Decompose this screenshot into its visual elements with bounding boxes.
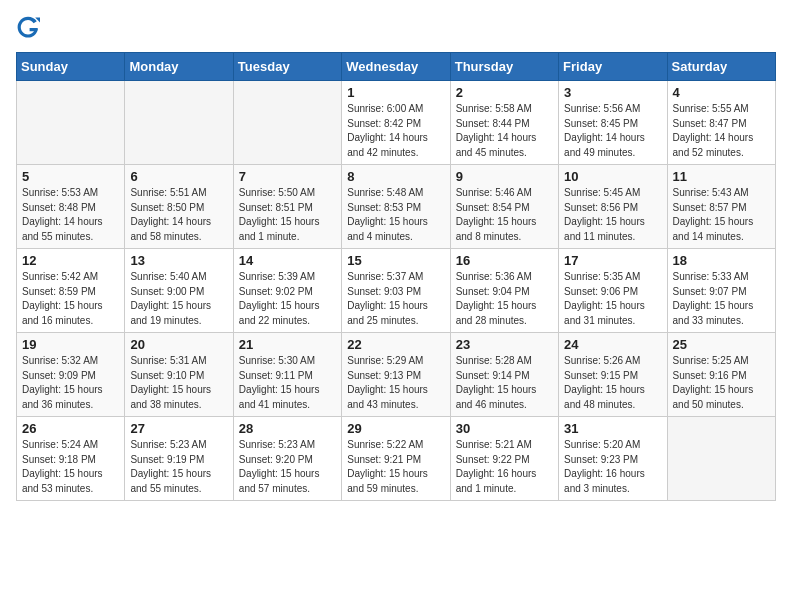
day-number: 3 bbox=[564, 85, 661, 100]
day-number: 22 bbox=[347, 337, 444, 352]
day-info: Sunrise: 5:21 AM Sunset: 9:22 PM Dayligh… bbox=[456, 438, 553, 496]
calendar-cell: 23Sunrise: 5:28 AM Sunset: 9:14 PM Dayli… bbox=[450, 333, 558, 417]
day-number: 5 bbox=[22, 169, 119, 184]
day-number: 23 bbox=[456, 337, 553, 352]
day-number: 19 bbox=[22, 337, 119, 352]
calendar-cell: 31Sunrise: 5:20 AM Sunset: 9:23 PM Dayli… bbox=[559, 417, 667, 501]
calendar-cell: 10Sunrise: 5:45 AM Sunset: 8:56 PM Dayli… bbox=[559, 165, 667, 249]
logo-icon bbox=[16, 16, 40, 40]
calendar-cell bbox=[125, 81, 233, 165]
calendar-header: SundayMondayTuesdayWednesdayThursdayFrid… bbox=[17, 53, 776, 81]
day-info: Sunrise: 5:35 AM Sunset: 9:06 PM Dayligh… bbox=[564, 270, 661, 328]
day-number: 21 bbox=[239, 337, 336, 352]
day-info: Sunrise: 5:43 AM Sunset: 8:57 PM Dayligh… bbox=[673, 186, 770, 244]
day-info: Sunrise: 5:22 AM Sunset: 9:21 PM Dayligh… bbox=[347, 438, 444, 496]
day-number: 20 bbox=[130, 337, 227, 352]
calendar-cell: 26Sunrise: 5:24 AM Sunset: 9:18 PM Dayli… bbox=[17, 417, 125, 501]
day-info: Sunrise: 5:56 AM Sunset: 8:45 PM Dayligh… bbox=[564, 102, 661, 160]
day-number: 11 bbox=[673, 169, 770, 184]
weekday-header-monday: Monday bbox=[125, 53, 233, 81]
day-number: 18 bbox=[673, 253, 770, 268]
calendar-cell: 6Sunrise: 5:51 AM Sunset: 8:50 PM Daylig… bbox=[125, 165, 233, 249]
day-info: Sunrise: 5:25 AM Sunset: 9:16 PM Dayligh… bbox=[673, 354, 770, 412]
day-number: 17 bbox=[564, 253, 661, 268]
day-number: 13 bbox=[130, 253, 227, 268]
day-number: 28 bbox=[239, 421, 336, 436]
calendar-week-4: 19Sunrise: 5:32 AM Sunset: 9:09 PM Dayli… bbox=[17, 333, 776, 417]
calendar-cell: 28Sunrise: 5:23 AM Sunset: 9:20 PM Dayli… bbox=[233, 417, 341, 501]
calendar-cell: 25Sunrise: 5:25 AM Sunset: 9:16 PM Dayli… bbox=[667, 333, 775, 417]
day-number: 31 bbox=[564, 421, 661, 436]
day-info: Sunrise: 5:31 AM Sunset: 9:10 PM Dayligh… bbox=[130, 354, 227, 412]
calendar-cell: 22Sunrise: 5:29 AM Sunset: 9:13 PM Dayli… bbox=[342, 333, 450, 417]
calendar-body: 1Sunrise: 6:00 AM Sunset: 8:42 PM Daylig… bbox=[17, 81, 776, 501]
day-number: 15 bbox=[347, 253, 444, 268]
day-info: Sunrise: 5:30 AM Sunset: 9:11 PM Dayligh… bbox=[239, 354, 336, 412]
day-number: 27 bbox=[130, 421, 227, 436]
calendar-week-3: 12Sunrise: 5:42 AM Sunset: 8:59 PM Dayli… bbox=[17, 249, 776, 333]
calendar-cell: 15Sunrise: 5:37 AM Sunset: 9:03 PM Dayli… bbox=[342, 249, 450, 333]
day-info: Sunrise: 5:23 AM Sunset: 9:19 PM Dayligh… bbox=[130, 438, 227, 496]
weekday-header-thursday: Thursday bbox=[450, 53, 558, 81]
day-number: 30 bbox=[456, 421, 553, 436]
day-info: Sunrise: 5:50 AM Sunset: 8:51 PM Dayligh… bbox=[239, 186, 336, 244]
calendar-cell bbox=[667, 417, 775, 501]
day-info: Sunrise: 5:55 AM Sunset: 8:47 PM Dayligh… bbox=[673, 102, 770, 160]
day-number: 26 bbox=[22, 421, 119, 436]
day-info: Sunrise: 5:58 AM Sunset: 8:44 PM Dayligh… bbox=[456, 102, 553, 160]
day-info: Sunrise: 5:37 AM Sunset: 9:03 PM Dayligh… bbox=[347, 270, 444, 328]
calendar-cell: 9Sunrise: 5:46 AM Sunset: 8:54 PM Daylig… bbox=[450, 165, 558, 249]
weekday-header-wednesday: Wednesday bbox=[342, 53, 450, 81]
day-number: 4 bbox=[673, 85, 770, 100]
day-info: Sunrise: 5:33 AM Sunset: 9:07 PM Dayligh… bbox=[673, 270, 770, 328]
day-number: 2 bbox=[456, 85, 553, 100]
calendar-cell: 7Sunrise: 5:50 AM Sunset: 8:51 PM Daylig… bbox=[233, 165, 341, 249]
day-number: 24 bbox=[564, 337, 661, 352]
day-info: Sunrise: 5:39 AM Sunset: 9:02 PM Dayligh… bbox=[239, 270, 336, 328]
weekday-header-friday: Friday bbox=[559, 53, 667, 81]
day-info: Sunrise: 5:28 AM Sunset: 9:14 PM Dayligh… bbox=[456, 354, 553, 412]
weekday-header-row: SundayMondayTuesdayWednesdayThursdayFrid… bbox=[17, 53, 776, 81]
day-number: 16 bbox=[456, 253, 553, 268]
day-info: Sunrise: 5:32 AM Sunset: 9:09 PM Dayligh… bbox=[22, 354, 119, 412]
day-info: Sunrise: 5:46 AM Sunset: 8:54 PM Dayligh… bbox=[456, 186, 553, 244]
calendar-table: SundayMondayTuesdayWednesdayThursdayFrid… bbox=[16, 52, 776, 501]
calendar-cell: 14Sunrise: 5:39 AM Sunset: 9:02 PM Dayli… bbox=[233, 249, 341, 333]
calendar-cell: 16Sunrise: 5:36 AM Sunset: 9:04 PM Dayli… bbox=[450, 249, 558, 333]
day-info: Sunrise: 6:00 AM Sunset: 8:42 PM Dayligh… bbox=[347, 102, 444, 160]
day-info: Sunrise: 5:26 AM Sunset: 9:15 PM Dayligh… bbox=[564, 354, 661, 412]
day-info: Sunrise: 5:48 AM Sunset: 8:53 PM Dayligh… bbox=[347, 186, 444, 244]
day-info: Sunrise: 5:51 AM Sunset: 8:50 PM Dayligh… bbox=[130, 186, 227, 244]
weekday-header-sunday: Sunday bbox=[17, 53, 125, 81]
calendar-cell: 30Sunrise: 5:21 AM Sunset: 9:22 PM Dayli… bbox=[450, 417, 558, 501]
day-info: Sunrise: 5:36 AM Sunset: 9:04 PM Dayligh… bbox=[456, 270, 553, 328]
day-number: 14 bbox=[239, 253, 336, 268]
weekday-header-saturday: Saturday bbox=[667, 53, 775, 81]
calendar-cell: 24Sunrise: 5:26 AM Sunset: 9:15 PM Dayli… bbox=[559, 333, 667, 417]
calendar-cell: 1Sunrise: 6:00 AM Sunset: 8:42 PM Daylig… bbox=[342, 81, 450, 165]
day-number: 9 bbox=[456, 169, 553, 184]
calendar-cell: 19Sunrise: 5:32 AM Sunset: 9:09 PM Dayli… bbox=[17, 333, 125, 417]
day-number: 1 bbox=[347, 85, 444, 100]
weekday-header-tuesday: Tuesday bbox=[233, 53, 341, 81]
calendar-cell bbox=[233, 81, 341, 165]
calendar-cell: 17Sunrise: 5:35 AM Sunset: 9:06 PM Dayli… bbox=[559, 249, 667, 333]
day-info: Sunrise: 5:24 AM Sunset: 9:18 PM Dayligh… bbox=[22, 438, 119, 496]
day-info: Sunrise: 5:45 AM Sunset: 8:56 PM Dayligh… bbox=[564, 186, 661, 244]
logo bbox=[16, 16, 44, 40]
calendar-cell: 18Sunrise: 5:33 AM Sunset: 9:07 PM Dayli… bbox=[667, 249, 775, 333]
day-number: 7 bbox=[239, 169, 336, 184]
calendar-cell bbox=[17, 81, 125, 165]
day-number: 12 bbox=[22, 253, 119, 268]
calendar-cell: 11Sunrise: 5:43 AM Sunset: 8:57 PM Dayli… bbox=[667, 165, 775, 249]
calendar-cell: 29Sunrise: 5:22 AM Sunset: 9:21 PM Dayli… bbox=[342, 417, 450, 501]
day-info: Sunrise: 5:53 AM Sunset: 8:48 PM Dayligh… bbox=[22, 186, 119, 244]
page-header bbox=[16, 16, 776, 40]
day-number: 8 bbox=[347, 169, 444, 184]
calendar-cell: 21Sunrise: 5:30 AM Sunset: 9:11 PM Dayli… bbox=[233, 333, 341, 417]
calendar-week-5: 26Sunrise: 5:24 AM Sunset: 9:18 PM Dayli… bbox=[17, 417, 776, 501]
day-info: Sunrise: 5:23 AM Sunset: 9:20 PM Dayligh… bbox=[239, 438, 336, 496]
calendar-cell: 2Sunrise: 5:58 AM Sunset: 8:44 PM Daylig… bbox=[450, 81, 558, 165]
day-number: 6 bbox=[130, 169, 227, 184]
calendar-cell: 3Sunrise: 5:56 AM Sunset: 8:45 PM Daylig… bbox=[559, 81, 667, 165]
